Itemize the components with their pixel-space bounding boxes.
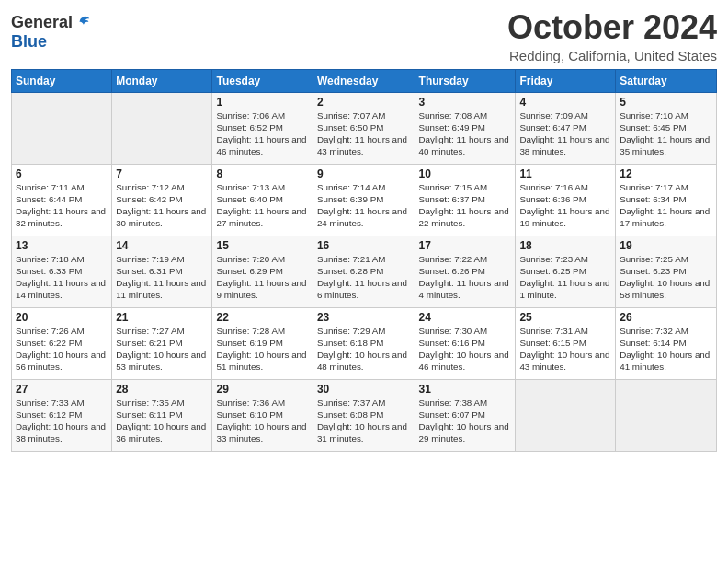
day-info: Sunrise: 7:22 AM Sunset: 6:26 PM Dayligh… (419, 253, 512, 302)
calendar-cell: 26Sunrise: 7:32 AM Sunset: 6:14 PM Dayli… (616, 307, 717, 379)
calendar-cell: 3Sunrise: 7:08 AM Sunset: 6:49 PM Daylig… (415, 92, 516, 164)
day-number: 1 (216, 96, 308, 109)
title-block: October 2024 Redding, California, United… (507, 9, 717, 63)
day-number: 6 (16, 167, 108, 180)
day-number: 27 (16, 383, 108, 396)
calendar-cell: 24Sunrise: 7:30 AM Sunset: 6:16 PM Dayli… (415, 307, 516, 379)
day-number: 4 (519, 96, 611, 109)
calendar-cell: 11Sunrise: 7:16 AM Sunset: 6:36 PM Dayli… (516, 164, 616, 236)
calendar-cell (616, 379, 717, 451)
day-info: Sunrise: 7:15 AM Sunset: 6:37 PM Dayligh… (419, 181, 512, 230)
day-info: Sunrise: 7:17 AM Sunset: 6:34 PM Dayligh… (620, 181, 712, 230)
day-info: Sunrise: 7:28 AM Sunset: 6:19 PM Dayligh… (216, 325, 308, 373)
calendar-cell: 13Sunrise: 7:18 AM Sunset: 6:33 PM Dayli… (12, 236, 112, 307)
day-info: Sunrise: 7:38 AM Sunset: 6:07 PM Dayligh… (419, 396, 512, 445)
calendar-cell: 29Sunrise: 7:36 AM Sunset: 6:10 PM Dayli… (212, 379, 313, 451)
day-info: Sunrise: 7:08 AM Sunset: 6:49 PM Dayligh… (419, 109, 512, 158)
day-number: 23 (317, 311, 411, 324)
calendar-table: SundayMondayTuesdayWednesdayThursdayFrid… (11, 69, 717, 452)
day-info: Sunrise: 7:30 AM Sunset: 6:16 PM Dayligh… (419, 325, 512, 373)
day-number: 14 (116, 239, 208, 252)
day-number: 20 (16, 311, 108, 324)
calendar-cell: 4Sunrise: 7:09 AM Sunset: 6:47 PM Daylig… (516, 92, 616, 164)
day-info: Sunrise: 7:13 AM Sunset: 6:40 PM Dayligh… (216, 181, 308, 230)
calendar-header-row: SundayMondayTuesdayWednesdayThursdayFrid… (12, 69, 717, 92)
day-number: 16 (317, 239, 411, 252)
calendar-header: General Blue October 2024 Redding, Calif… (11, 9, 717, 63)
day-info: Sunrise: 7:11 AM Sunset: 6:44 PM Dayligh… (16, 181, 108, 230)
day-info: Sunrise: 7:36 AM Sunset: 6:10 PM Dayligh… (216, 396, 308, 445)
day-number: 3 (419, 96, 512, 109)
day-number: 30 (317, 383, 411, 396)
calendar-cell: 19Sunrise: 7:25 AM Sunset: 6:23 PM Dayli… (616, 236, 717, 307)
calendar-cell: 22Sunrise: 7:28 AM Sunset: 6:19 PM Dayli… (212, 307, 313, 379)
calendar-cell: 15Sunrise: 7:20 AM Sunset: 6:29 PM Dayli… (212, 236, 313, 307)
location-text: Redding, California, United States (507, 48, 717, 63)
calendar-week-row: 13Sunrise: 7:18 AM Sunset: 6:33 PM Dayli… (12, 236, 717, 307)
calendar-cell: 21Sunrise: 7:27 AM Sunset: 6:21 PM Dayli… (112, 307, 212, 379)
month-title: October 2024 (507, 9, 717, 46)
calendar-cell (516, 379, 616, 451)
day-info: Sunrise: 7:23 AM Sunset: 6:25 PM Dayligh… (519, 253, 611, 302)
day-info: Sunrise: 7:21 AM Sunset: 6:28 PM Dayligh… (317, 253, 411, 302)
calendar-cell: 27Sunrise: 7:33 AM Sunset: 6:12 PM Dayli… (12, 379, 112, 451)
calendar-cell: 18Sunrise: 7:23 AM Sunset: 6:25 PM Dayli… (516, 236, 616, 307)
day-number: 17 (419, 239, 512, 252)
day-number: 13 (16, 239, 108, 252)
calendar-container: General Blue October 2024 Redding, Calif… (0, 0, 728, 459)
logo: General Blue (11, 13, 91, 52)
day-number: 8 (216, 167, 308, 180)
calendar-week-row: 27Sunrise: 7:33 AM Sunset: 6:12 PM Dayli… (12, 379, 717, 451)
day-info: Sunrise: 7:18 AM Sunset: 6:33 PM Dayligh… (16, 253, 108, 302)
weekday-header: Wednesday (313, 69, 415, 92)
day-info: Sunrise: 7:26 AM Sunset: 6:22 PM Dayligh… (16, 325, 108, 373)
day-number: 24 (419, 311, 512, 324)
day-info: Sunrise: 7:37 AM Sunset: 6:08 PM Dayligh… (317, 396, 411, 445)
calendar-cell: 5Sunrise: 7:10 AM Sunset: 6:45 PM Daylig… (616, 92, 717, 164)
weekday-header: Friday (516, 69, 616, 92)
day-info: Sunrise: 7:31 AM Sunset: 6:15 PM Dayligh… (519, 325, 611, 373)
calendar-cell: 6Sunrise: 7:11 AM Sunset: 6:44 PM Daylig… (12, 164, 112, 236)
calendar-cell: 31Sunrise: 7:38 AM Sunset: 6:07 PM Dayli… (415, 379, 516, 451)
day-info: Sunrise: 7:25 AM Sunset: 6:23 PM Dayligh… (620, 253, 712, 302)
calendar-week-row: 1Sunrise: 7:06 AM Sunset: 6:52 PM Daylig… (12, 92, 717, 164)
day-info: Sunrise: 7:19 AM Sunset: 6:31 PM Dayligh… (116, 253, 208, 302)
day-number: 7 (116, 167, 208, 180)
calendar-cell: 28Sunrise: 7:35 AM Sunset: 6:11 PM Dayli… (112, 379, 212, 451)
day-info: Sunrise: 7:09 AM Sunset: 6:47 PM Dayligh… (519, 109, 611, 158)
day-number: 18 (519, 239, 611, 252)
day-number: 2 (317, 96, 411, 109)
day-info: Sunrise: 7:14 AM Sunset: 6:39 PM Dayligh… (317, 181, 411, 230)
day-number: 28 (116, 383, 208, 396)
day-info: Sunrise: 7:33 AM Sunset: 6:12 PM Dayligh… (16, 396, 108, 445)
calendar-cell: 25Sunrise: 7:31 AM Sunset: 6:15 PM Dayli… (516, 307, 616, 379)
day-number: 31 (419, 383, 512, 396)
weekday-header: Sunday (12, 69, 112, 92)
calendar-body: 1Sunrise: 7:06 AM Sunset: 6:52 PM Daylig… (12, 92, 717, 451)
day-number: 25 (519, 311, 611, 324)
day-number: 22 (216, 311, 308, 324)
weekday-header: Thursday (415, 69, 516, 92)
day-info: Sunrise: 7:20 AM Sunset: 6:29 PM Dayligh… (216, 253, 308, 302)
calendar-cell: 20Sunrise: 7:26 AM Sunset: 6:22 PM Dayli… (12, 307, 112, 379)
day-number: 11 (519, 167, 611, 180)
weekday-header: Tuesday (212, 69, 313, 92)
calendar-cell: 10Sunrise: 7:15 AM Sunset: 6:37 PM Dayli… (415, 164, 516, 236)
calendar-cell (112, 92, 212, 164)
calendar-cell: 16Sunrise: 7:21 AM Sunset: 6:28 PM Dayli… (313, 236, 415, 307)
calendar-cell: 23Sunrise: 7:29 AM Sunset: 6:18 PM Dayli… (313, 307, 415, 379)
day-number: 21 (116, 311, 208, 324)
day-info: Sunrise: 7:16 AM Sunset: 6:36 PM Dayligh… (519, 181, 611, 230)
day-info: Sunrise: 7:12 AM Sunset: 6:42 PM Dayligh… (116, 181, 208, 230)
day-info: Sunrise: 7:27 AM Sunset: 6:21 PM Dayligh… (116, 325, 208, 373)
calendar-cell: 12Sunrise: 7:17 AM Sunset: 6:34 PM Dayli… (616, 164, 717, 236)
calendar-cell: 14Sunrise: 7:19 AM Sunset: 6:31 PM Dayli… (112, 236, 212, 307)
day-number: 19 (620, 239, 712, 252)
calendar-cell: 9Sunrise: 7:14 AM Sunset: 6:39 PM Daylig… (313, 164, 415, 236)
weekday-header: Saturday (616, 69, 717, 92)
day-number: 29 (216, 383, 308, 396)
weekday-header: Monday (112, 69, 212, 92)
day-number: 10 (419, 167, 512, 180)
calendar-cell: 17Sunrise: 7:22 AM Sunset: 6:26 PM Dayli… (415, 236, 516, 307)
calendar-cell: 1Sunrise: 7:06 AM Sunset: 6:52 PM Daylig… (212, 92, 313, 164)
